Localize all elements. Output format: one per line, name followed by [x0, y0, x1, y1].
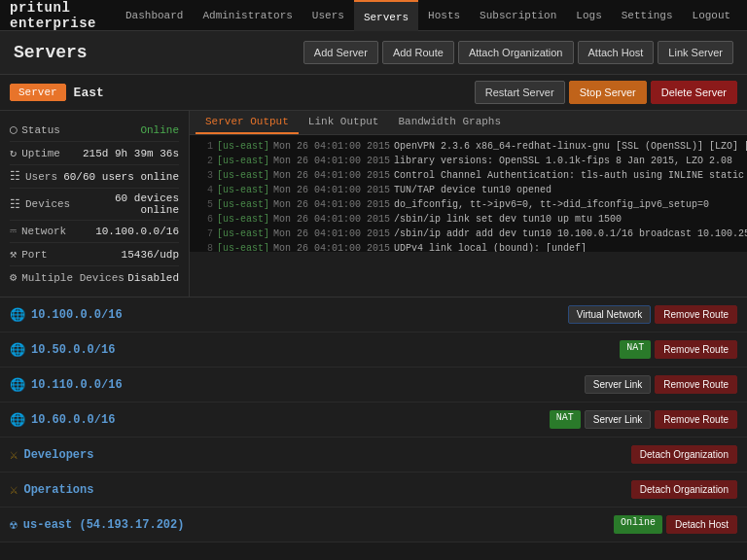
remove-route-button-3[interactable]: Remove Route — [655, 410, 737, 429]
stop-server-button[interactable]: Stop Server — [569, 81, 647, 104]
nav-hosts[interactable]: Hosts — [418, 0, 470, 31]
log-line: 5[us-east]Mon 26 04:01:00 2015do_ifconfi… — [196, 197, 747, 212]
nav-administrators[interactable]: Administrators — [193, 0, 302, 31]
org-icon-1: ⚔ — [10, 481, 18, 498]
remove-route-button-2[interactable]: Remove Route — [655, 375, 737, 394]
host-btns-0: Online Detach Host — [614, 515, 737, 534]
route-row-1: 🌐 10.50.0.0/16 NAT Remove Route — [0, 332, 747, 368]
restart-server-button[interactable]: Restart Server — [475, 81, 565, 104]
server-name: East — [74, 86, 104, 100]
route-ip-1: 🌐 10.50.0.0/16 — [10, 342, 620, 358]
add-route-button[interactable]: Add Route — [382, 41, 454, 64]
org-btns-1: Detach Organization — [631, 480, 737, 499]
route-row-3: 🌐 10.60.0.0/16 NAT Server Link Remove Ro… — [0, 402, 747, 438]
status-row-status: ◯ Status Online — [10, 119, 179, 142]
network-value: 10.100.0.0/16 — [95, 226, 179, 237]
status-row-users: ☷ Users 60/60 users online — [10, 165, 179, 189]
link-server-button[interactable]: Link Server — [658, 41, 733, 64]
org-row-1: ⚔ Operations Detach Organization — [0, 472, 747, 508]
log-line: 2[us-east]Mon 26 04:01:00 2015library ve… — [196, 154, 747, 168]
server-link-button-2[interactable]: Server Link — [585, 375, 652, 394]
org-name-1: ⚔ Operations — [10, 481, 631, 498]
add-server-button[interactable]: Add Server — [303, 41, 378, 64]
log-output: 1[us-east]Mon 26 04:01:00 2015OpenVPN 2.… — [190, 135, 747, 252]
log-section: Server Output Link Output Bandwidth Grap… — [190, 111, 747, 297]
route-ip-2: 🌐 10.110.0.0/16 — [10, 377, 585, 393]
status-row-network: ⎓ Network 10.100.0.0/16 — [10, 221, 179, 243]
uptime-icon: ↻ — [10, 146, 17, 160]
devices-value: 60 devices online — [70, 192, 179, 216]
port-icon: ⚒ — [10, 247, 17, 262]
main-content: ◯ Status Online ↻ Uptime 215d 9h 39m 36s… — [0, 111, 747, 542]
status-value: Online — [140, 124, 179, 136]
attach-host-button[interactable]: Attach Host — [578, 41, 655, 64]
status-row-uptime: ↻ Uptime 215d 9h 39m 36s — [10, 142, 179, 165]
attach-organization-button[interactable]: Attach Organization — [458, 41, 574, 64]
brand-logo: pritunl enterprise — [10, 0, 96, 31]
top-nav: pritunl enterprise Dashboard Administrat… — [0, 0, 747, 31]
delete-server-button[interactable]: Delete Server — [651, 81, 737, 104]
nav-dashboard[interactable]: Dashboard — [116, 0, 193, 31]
status-row-multiple-devices: ⚙ Multiple Devices Disabled — [10, 266, 179, 289]
route-btns-0: Virtual Network Remove Route — [568, 305, 737, 324]
network-label: ⎓ Network — [10, 225, 66, 238]
globe-icon-0: 🌐 — [10, 307, 25, 323]
log-line: 4[us-east]Mon 26 04:01:00 2015TUN/TAP de… — [196, 183, 747, 197]
detach-host-button-0[interactable]: Detach Host — [666, 515, 737, 534]
server-tab-left: Server East — [10, 84, 104, 101]
globe-icon-2: 🌐 — [10, 377, 25, 393]
route-btns-1: NAT Remove Route — [620, 340, 737, 359]
log-line: 3[us-east]Mon 26 04:01:00 2015Control Ch… — [196, 168, 747, 183]
route-ip-3: 🌐 10.60.0.0/16 — [10, 412, 550, 428]
users-label: ☷ Users — [10, 169, 57, 184]
page-header: Servers Add Server Add Route Attach Orga… — [0, 31, 747, 75]
route-btns-2: Server Link Remove Route — [585, 375, 737, 394]
nav-right: Subscription Logs Settings Logout — [470, 0, 740, 31]
detach-org-button-0[interactable]: Detach Organization — [631, 445, 737, 464]
devices-label: ☷ Devices — [10, 197, 70, 212]
log-tabs: Server Output Link Output Bandwidth Grap… — [190, 111, 747, 135]
log-line: 1[us-east]Mon 26 04:01:00 2015OpenVPN 2.… — [196, 139, 747, 154]
devices-icon: ☷ — [10, 197, 20, 212]
org-icon-0: ⚔ — [10, 446, 18, 463]
globe-icon-1: 🌐 — [10, 342, 25, 358]
log-tab-server-output[interactable]: Server Output — [196, 111, 299, 134]
virtual-network-button-0[interactable]: Virtual Network — [568, 305, 652, 324]
detach-org-button-1[interactable]: Detach Organization — [631, 480, 737, 499]
multiple-devices-value: Disabled — [127, 272, 179, 284]
status-label: ◯ Status — [10, 122, 60, 137]
status-icon: ◯ — [10, 122, 17, 137]
remove-route-button-0[interactable]: Remove Route — [655, 305, 737, 324]
nat-badge-1: NAT — [620, 340, 651, 359]
log-line: 7[us-east]Mon 26 04:01:00 2015/sbin/ip a… — [196, 227, 747, 241]
header-buttons: Add Server Add Route Attach Organization… — [303, 41, 733, 64]
port-value: 15436/udp — [122, 249, 179, 261]
org-btns-0: Detach Organization — [631, 445, 737, 464]
nav-subscription[interactable]: Subscription — [470, 0, 566, 31]
server-tab-right: Restart Server Stop Server Delete Server — [475, 81, 737, 104]
host-row-0: ☢ us-east (54.193.17.202) Online Detach … — [0, 508, 747, 542]
nav-servers[interactable]: Servers — [354, 0, 418, 31]
server-tab-badge[interactable]: Server — [10, 84, 66, 101]
log-line: 8[us-east]Mon 26 04:01:00 2015UDPv4 link… — [196, 241, 747, 252]
uptime-label: ↻ Uptime — [10, 146, 60, 160]
route-row-0: 🌐 10.100.0.0/16 Virtual Network Remove R… — [0, 298, 747, 332]
globe-icon-3: 🌐 — [10, 412, 25, 428]
uptime-value: 215d 9h 39m 36s — [83, 148, 179, 159]
users-icon: ☷ — [10, 169, 20, 184]
log-tab-link-output[interactable]: Link Output — [299, 111, 389, 134]
route-ip-0: 🌐 10.100.0.0/16 — [10, 307, 568, 323]
server-link-button-3[interactable]: Server Link — [585, 410, 652, 429]
nav-logout[interactable]: Logout — [683, 0, 741, 31]
remove-route-button-1[interactable]: Remove Route — [655, 340, 737, 359]
host-status-badge-0: Online — [614, 515, 662, 534]
log-tab-bandwidth-graphs[interactable]: Bandwidth Graphs — [388, 111, 511, 134]
network-icon: ⎓ — [10, 225, 17, 238]
nav-users[interactable]: Users — [302, 0, 354, 31]
server-info-panel: ◯ Status Online ↻ Uptime 215d 9h 39m 36s… — [0, 111, 747, 298]
routes-section: 🌐 10.100.0.0/16 Virtual Network Remove R… — [0, 298, 747, 542]
log-line: 6[us-east]Mon 26 04:01:00 2015/sbin/ip l… — [196, 212, 747, 227]
nav-logs[interactable]: Logs — [566, 0, 611, 31]
status-row-port: ⚒ Port 15436/udp — [10, 243, 179, 266]
nav-settings[interactable]: Settings — [612, 0, 683, 31]
